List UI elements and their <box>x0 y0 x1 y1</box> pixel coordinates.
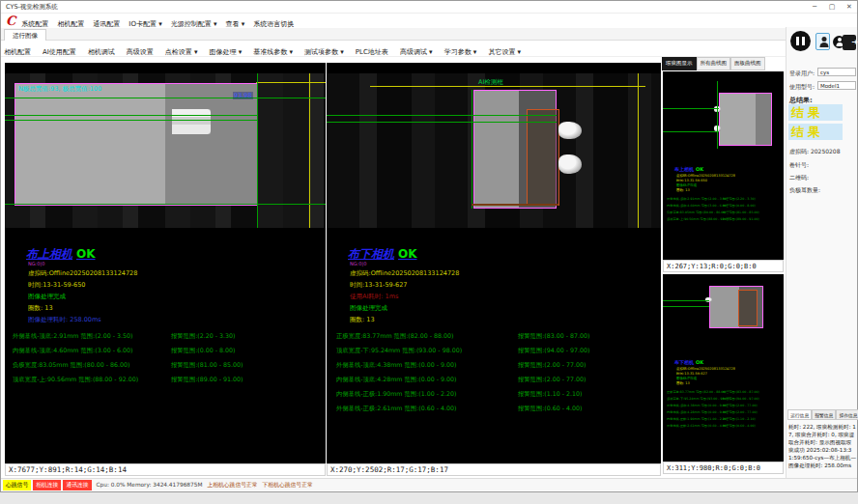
login-user-field[interactable]: cys <box>817 68 856 76</box>
menu-item[interactable]: 查看 ▾ <box>225 20 244 28</box>
thumb2-coordinate-bar: X:311;Y:980;R:0;G:0;B:0 <box>663 462 784 474</box>
toolbar-item[interactable]: 学习参数 ▾ <box>444 48 477 56</box>
left-virtual-code: 虚拟码:Offline20250208133124728 <box>28 269 137 278</box>
info-tab[interactable]: 操作信息 <box>836 409 858 420</box>
result-box-lower: 结果 <box>788 124 843 140</box>
menu-bar: C 系统配置相机配置通讯配置IO卡配置 ▾光源控制配置 ▾查看 ▾系统语言切换 <box>1 14 857 28</box>
left-process-elapsed: 图像处理耗时: 258.00ms <box>28 316 101 324</box>
upper-camera-heartbeat-text: 上相机心跳信号正常 <box>207 481 257 490</box>
login-user-label: 登录用户: <box>789 70 815 78</box>
left-baseline-yellow-v <box>309 73 310 228</box>
toolbar-item[interactable]: 高级调试 ▾ <box>400 48 433 56</box>
middle-baseline-yellow-h <box>370 86 645 87</box>
toolbar: 相机配置AI使用配置相机调试高级设置点检设置 ▾图像处理 ▾基准线参数 ▾测试项… <box>1 41 786 57</box>
toolbar-item[interactable]: 高级设置 <box>127 48 154 56</box>
view-tab[interactable]: 面板曲线图 <box>730 57 765 70</box>
close-button[interactable]: ✕ <box>842 2 857 13</box>
info-tab[interactable]: 报警信息 <box>812 409 836 420</box>
thumb2-code: 虚拟码:Offline20250208133124728 <box>676 367 735 371</box>
middle-measure-line-v <box>472 90 472 209</box>
toolbar-item[interactable]: AI使用配置 <box>43 48 76 56</box>
thumbnail-lower-camera[interactable]: 布下相机OK 虚拟码:Offline20250208133124728 时间:1… <box>663 274 784 462</box>
left-measure-line-v <box>257 73 258 228</box>
middle-measure-row-3: 外侧基线-顶底:4.38mm 范围:(0.00 - 9.00)报警范围:(2.0… <box>336 361 661 370</box>
toolbar-item[interactable]: 基准线参数 ▾ <box>253 48 293 56</box>
pause-button[interactable] <box>790 31 811 51</box>
app-logo-icon: C <box>6 14 15 27</box>
thumb1-part-outline <box>719 93 772 146</box>
left-measure-line-3 <box>5 120 258 121</box>
middle-measure-row-4: 内侧基线-顶底:4.28mm 范围:(0.00 - 9.00)报警范围:(2.0… <box>336 376 661 384</box>
camera-link-badge: 相机连接 <box>33 480 61 490</box>
cpu-memory-text: Cpu: 0.0% Memory: 3424.41796875M <box>97 482 203 488</box>
left-time: 时间:13-31-59-650 <box>28 281 85 290</box>
thumb2-done: 图像处理完成 <box>676 377 697 380</box>
info-tab[interactable]: 运行信息 <box>787 409 812 420</box>
info-tab-strip: 运行信息报警信息操作信息 <box>787 409 858 420</box>
left-coordinate-bar: X:7677;Y:891;R:14;G:14;B:14 <box>5 463 326 476</box>
middle-coordinate-bar: X:270;Y:2502;R:17;G:17;B:17 <box>327 463 661 476</box>
thumb2-round: 圈数: 13 <box>676 381 690 385</box>
toolbar-item[interactable]: 其它设置 ▾ <box>488 48 521 56</box>
view-tab-strip: 瑕疵图显示所有曲线图面板曲线图 <box>662 57 765 70</box>
thumb2-line-2 <box>663 306 709 307</box>
middle-ng-count: NG:0|0 <box>350 261 366 266</box>
middle-virtual-code: 虚拟码:Offline20250208133124728 <box>350 269 459 278</box>
model-field[interactable]: Model1 <box>817 81 856 90</box>
middle-measure-line-1 <box>327 115 557 116</box>
middle-measure-line-2 <box>327 122 557 123</box>
menu-item[interactable]: 通讯配置 <box>93 20 120 28</box>
toolbar-item[interactable]: 相机配置 <box>4 48 31 56</box>
minimize-button[interactable]: ─ <box>807 2 822 13</box>
window-title: CYS-视觉检测系统 <box>6 3 58 12</box>
toolbar-item[interactable]: 相机调试 <box>88 48 115 56</box>
left-measure-row-1: 外侧基线-顶底:2.91mm 范围:(2.00 - 3.50)报警范围:(2.2… <box>13 332 326 341</box>
menu-item[interactable]: 相机配置 <box>57 20 84 28</box>
user-icon <box>818 36 829 48</box>
left-measure-row-4: 顶底宽度-上:90.56mm 范围:(88.00 - 92.00)报警范围:(8… <box>13 376 326 384</box>
menu-item[interactable]: 光源控制配置 ▾ <box>171 20 217 28</box>
login-user-button[interactable] <box>815 33 830 50</box>
thumb1-coordinate-bar: X:267;Y:13;R:0;G:0;B:0 <box>663 260 784 272</box>
middle-camera-view[interactable]: AI检测框 布下相机OK NG:0|0 虚拟码:Offline202502081… <box>327 63 661 463</box>
menu-item[interactable]: IO卡配置 ▾ <box>129 20 161 28</box>
toolbar-item[interactable]: 测试项参数 ▾ <box>304 48 344 56</box>
middle-round-count: 圈数: 13 <box>350 316 375 324</box>
middle-time: 时间:13-31-59-627 <box>350 281 407 290</box>
thumbnail-upper-camera[interactable]: 布上相机OK 虚拟码:Offline20250208133124728 时间:1… <box>663 71 784 260</box>
left-camera-name: 布上相机 <box>26 247 72 261</box>
middle-bright-feature-1 <box>558 122 582 139</box>
result-box-upper: 结果 <box>788 104 843 121</box>
thumb1-done: 图像处理完成 <box>676 183 697 187</box>
thumb1-camera-title: 布上相机OK <box>674 166 703 172</box>
comm-link-badge: 通讯连接 <box>63 480 91 490</box>
thumb2-ai-detect-box <box>738 290 758 326</box>
exit-button[interactable] <box>843 35 856 50</box>
app-window: CYS-视觉检测系统 ─ ▢ ✕ C 系统配置相机配置通讯配置IO卡配置 ▾光源… <box>0 0 858 492</box>
middle-measure-row-6: 外侧基线-正极:2.61mm 范围:(0.60 - 4.00)报警范围:(0.6… <box>336 405 661 413</box>
toolbar-item[interactable]: 点检设置 ▾ <box>165 48 198 56</box>
pin-number-label: 卷针号: <box>789 161 809 170</box>
left-process-done: 图像处理完成 <box>28 293 66 301</box>
middle-bright-feature-2 <box>558 154 582 174</box>
left-measure-row-3: 负极宽度:83.05mm 范围:(80.00 - 86.00)报警范围:(81.… <box>13 361 326 370</box>
menu-item[interactable]: 系统语言切换 <box>253 20 294 28</box>
toolbar-item[interactable]: PLC地址表 <box>356 48 388 56</box>
view-tab[interactable]: 瑕疵图显示 <box>662 57 697 70</box>
view-tab[interactable]: 所有曲线图 <box>697 57 731 70</box>
middle-measure-row-5: 内侧基线-正极:1.90mm 范围:(1.00 - 2.20)报警范围:(1.1… <box>336 390 661 399</box>
thumb1-line-2 <box>663 131 719 132</box>
qr-code-label: 二维码: <box>789 174 809 182</box>
middle-measure-row-2: 顶底宽度-下:95.24mm 范围:(93.00 - 98.00)报警范围:(9… <box>336 347 661 355</box>
middle-camera-name: 布下相机 <box>348 247 394 261</box>
left-ng-count: NG:0|0 <box>28 261 44 266</box>
left-camera-view[interactable]: N极总宽值:93, 极总宽值:100 93.98 布上相机OK NG:0|0 虚… <box>5 63 326 463</box>
left-measure-line-1 <box>5 98 326 98</box>
virtual-code-label: 虚拟码: 20250208 <box>789 148 840 156</box>
menu-item[interactable]: 系统配置 <box>21 20 48 28</box>
toolbar-item[interactable]: 图像处理 ▾ <box>210 48 243 56</box>
maximize-button[interactable]: ▢ <box>824 2 840 13</box>
thumb1-time: 时间:13-31-59-650 <box>676 179 707 182</box>
thumb1-code: 虚拟码:Offline20250208133124728 <box>676 174 735 178</box>
left-part-outline <box>14 83 258 206</box>
